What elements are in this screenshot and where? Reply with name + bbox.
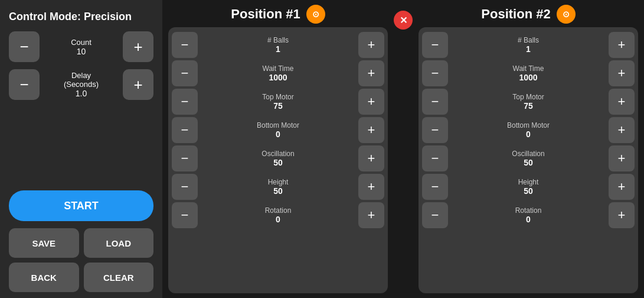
waittime-2-decrement[interactable]: − (422, 60, 448, 86)
count-control: − Count 10 + (9, 31, 153, 62)
height-1-info: Height 50 (200, 178, 356, 196)
rotation-2-info: Rotation 0 (450, 206, 606, 224)
bottommotor-1-label: Bottom Motor (257, 121, 299, 129)
oscillation-2-value: 50 (524, 158, 533, 167)
delete-icon: ✕ (400, 15, 407, 26)
count-value: 10 (77, 47, 86, 56)
oscillation-2-info: Oscillation 50 (450, 150, 606, 167)
balls-2-decrement[interactable]: − (422, 32, 448, 58)
delay-info: Delay(Seconds) 1.0 (40, 71, 123, 98)
bottommotor-1-decrement[interactable]: − (172, 117, 198, 143)
bottommotor-2-decrement[interactable]: − (422, 117, 448, 143)
oscillation-2-increment[interactable]: + (609, 145, 635, 171)
delete-position-button[interactable]: ✕ (394, 11, 413, 30)
oscillation-1-increment[interactable]: + (358, 145, 384, 171)
oscillation-2-label: Oscillation (512, 150, 544, 158)
height-2-decrement[interactable]: − (422, 174, 448, 200)
balls-1-increment[interactable]: + (358, 32, 384, 58)
waittime-2-value: 1000 (519, 73, 537, 82)
start-button[interactable]: START (9, 190, 153, 221)
position-1-icon[interactable]: ⊙ (306, 5, 325, 24)
topmotor-1-decrement[interactable]: − (172, 89, 198, 115)
balls-2-label: # Balls (518, 36, 539, 44)
position-2-icon[interactable]: ⊙ (557, 5, 576, 24)
topmotor-1-increment[interactable]: + (358, 89, 384, 115)
position-1-title: Position #1 (231, 7, 300, 22)
save-button[interactable]: SAVE (9, 228, 79, 258)
rotation-2-decrement[interactable]: − (422, 202, 448, 228)
delay-control: − Delay(Seconds) 1.0 + (9, 69, 153, 100)
param-row-height-2: − Height 50 + (422, 174, 635, 200)
bottommotor-1-value: 0 (276, 129, 280, 139)
left-panel: Control Mode: Precision − Count 10 + − D… (0, 0, 162, 298)
param-row-topmotor-1: − Top Motor 75 + (172, 89, 384, 115)
balls-2-value: 1 (526, 44, 531, 54)
param-row-waittime-1: − Wait Time 1000 + (172, 60, 384, 86)
rotation-2-value: 0 (526, 215, 531, 224)
position-1-icon-glyph: ⊙ (312, 9, 319, 19)
oscillation-1-label: Oscillation (261, 150, 294, 158)
topmotor-2-decrement[interactable]: − (422, 89, 448, 115)
position-1-panel: Position #1 ⊙ − # Balls 1 + − Wait Time … (162, 0, 394, 298)
rotation-1-info: Rotation 0 (200, 206, 356, 224)
balls-1-label: # Balls (267, 36, 289, 44)
bottommotor-2-increment[interactable]: + (609, 117, 635, 143)
param-row-topmotor-2: − Top Motor 75 + (422, 89, 635, 115)
position-2-title: Position #2 (481, 7, 550, 22)
height-2-label: Height (518, 178, 539, 186)
param-row-height-1: − Height 50 + (172, 174, 384, 200)
balls-2-increment[interactable]: + (609, 32, 635, 58)
waittime-1-decrement[interactable]: − (172, 60, 198, 86)
rotation-2-increment[interactable]: + (609, 202, 635, 228)
position-2-panel: Position #2 ⊙ − # Balls 1 + − Wait Time … (413, 0, 644, 298)
waittime-1-value: 1000 (269, 73, 287, 82)
param-row-balls-2: − # Balls 1 + (422, 32, 635, 58)
oscillation-2-decrement[interactable]: − (422, 145, 448, 171)
rotation-1-increment[interactable]: + (358, 202, 384, 228)
height-2-increment[interactable]: + (609, 174, 635, 200)
waittime-1-increment[interactable]: + (358, 60, 384, 86)
back-button[interactable]: BACK (9, 263, 79, 292)
param-row-rotation-2: − Rotation 0 + (422, 202, 635, 228)
balls-1-value: 1 (276, 44, 280, 54)
oscillation-1-decrement[interactable]: − (172, 145, 198, 171)
balls-1-decrement[interactable]: − (172, 32, 198, 58)
height-1-increment[interactable]: + (358, 174, 384, 200)
load-button[interactable]: LOAD (84, 228, 154, 258)
bottommotor-2-label: Bottom Motor (507, 121, 550, 129)
waittime-1-label: Wait Time (263, 64, 294, 73)
param-row-bottommotor-2: − Bottom Motor 0 + (422, 117, 635, 143)
bottommotor-1-increment[interactable]: + (358, 117, 384, 143)
bottommotor-1-info: Bottom Motor 0 (200, 121, 356, 139)
delete-panel-area: ✕ (394, 0, 413, 298)
delay-increment-button[interactable]: + (123, 69, 153, 100)
count-increment-button[interactable]: + (123, 31, 153, 62)
clear-button[interactable]: CLEAR (84, 263, 154, 292)
height-1-decrement[interactable]: − (172, 174, 198, 200)
waittime-1-info: Wait Time 1000 (200, 64, 356, 82)
height-2-info: Height 50 (450, 178, 606, 196)
rotation-1-decrement[interactable]: − (172, 202, 198, 228)
position-2-header: Position #2 ⊙ (419, 5, 638, 24)
waittime-2-info: Wait Time 1000 (450, 64, 606, 82)
oscillation-1-info: Oscillation 50 (200, 150, 356, 167)
count-decrement-button[interactable]: − (9, 31, 40, 62)
param-row-balls-1: − # Balls 1 + (172, 32, 384, 58)
topmotor-2-info: Top Motor 75 (450, 93, 606, 111)
topmotor-2-increment[interactable]: + (609, 89, 635, 115)
topmotor-2-value: 75 (524, 101, 533, 111)
delay-decrement-button[interactable]: − (9, 69, 40, 100)
app-title: Control Mode: Precision (9, 6, 153, 25)
waittime-2-increment[interactable]: + (609, 60, 635, 86)
count-info: Count 10 (40, 38, 123, 56)
bottommotor-2-info: Bottom Motor 0 (450, 121, 606, 139)
rotation-1-label: Rotation (265, 206, 292, 215)
topmotor-1-label: Top Motor (262, 93, 293, 101)
height-1-value: 50 (273, 186, 283, 196)
param-row-oscillation-2: − Oscillation 50 + (422, 145, 635, 171)
param-row-bottommotor-1: − Bottom Motor 0 + (172, 117, 384, 143)
position-2-icon-glyph: ⊙ (563, 9, 570, 19)
main-content: Position #1 ⊙ − # Balls 1 + − Wait Time … (162, 0, 644, 298)
waittime-2-label: Wait Time (513, 64, 544, 73)
bottommotor-2-value: 0 (526, 129, 531, 139)
